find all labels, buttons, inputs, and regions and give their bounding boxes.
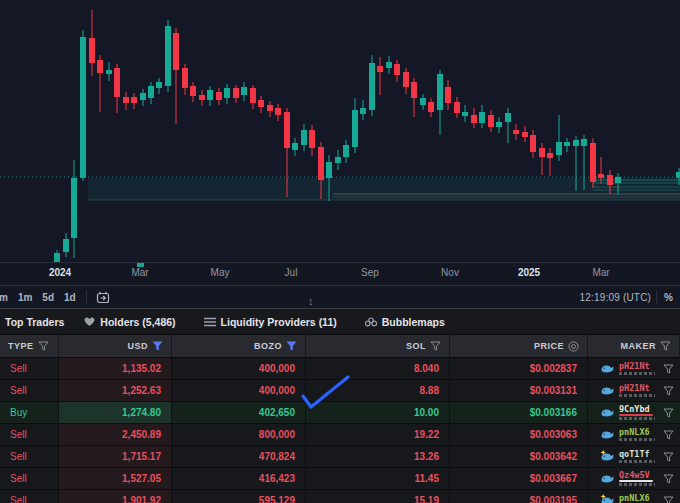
candle: [377, 57, 383, 95]
maker-underline: [619, 414, 653, 416]
column-label: MAKER: [621, 341, 657, 351]
filter-funnel-icon[interactable]: [38, 341, 49, 351]
maker-address[interactable]: qoT1Tf: [619, 450, 657, 459]
trading-terminal: 2024MarMayJulSepNov2025Mar m1m5d1d 12:19…: [0, 0, 680, 503]
maker-cell[interactable]: pnNLX6: [588, 490, 680, 503]
time-axis-label: Sep: [361, 267, 379, 278]
candlestick-chart[interactable]: [0, 0, 680, 262]
time-axis-label: Mar: [592, 267, 609, 278]
filter-funnel-icon[interactable]: [430, 341, 441, 351]
candle: [301, 124, 307, 151]
candle: [420, 94, 426, 110]
column-label: USD: [127, 341, 148, 351]
maker-filter-funnel-icon[interactable]: [663, 408, 674, 418]
candle: [131, 93, 137, 109]
filter-funnel-icon[interactable]: [660, 341, 671, 351]
candle: [437, 70, 443, 135]
tab-bubblemaps[interactable]: Bubblemaps: [351, 309, 459, 334]
price-cell: $0.003166: [450, 402, 588, 423]
maker-address[interactable]: pH21Nt: [619, 362, 657, 371]
candle: [335, 150, 341, 170]
maker-filter-funnel-icon[interactable]: [663, 474, 674, 484]
column-header-maker[interactable]: MAKER: [588, 335, 680, 357]
maker-address[interactable]: Qz4w5V: [619, 471, 657, 480]
maker-filter-funnel-icon[interactable]: [663, 364, 674, 374]
candle: [539, 143, 545, 175]
sol-amount-cell: 15.19: [306, 490, 450, 503]
candle: [182, 64, 188, 95]
tab-holders-5-486[interactable]: Holders (5,486): [70, 309, 189, 334]
go-to-date-icon[interactable]: [92, 291, 114, 304]
column-label: TYPE: [8, 341, 34, 351]
maker-cell[interactable]: pnNLX6: [588, 424, 680, 445]
tab-label: Liquidity Providers (11): [221, 316, 337, 328]
sol-amount-cell: 13.26: [306, 446, 450, 467]
candle: [173, 28, 179, 124]
filter-funnel-icon[interactable]: [286, 341, 297, 351]
panel-resize-handle[interactable]: ↕: [308, 296, 314, 307]
chart-bottom-toolbar: m1m5d1d 12:19:09 (UTC) %: [0, 285, 680, 308]
candle: [250, 85, 256, 109]
candle: [547, 148, 553, 176]
candle: [369, 55, 375, 116]
candle: [140, 89, 146, 106]
column-header-type[interactable]: TYPE: [0, 335, 59, 357]
usd-value-cell: 1,274.80: [59, 402, 172, 423]
price-currency-toggle-icon[interactable]: [568, 341, 579, 352]
maker-address[interactable]: pnNLX6: [619, 494, 657, 503]
timeframe-button-5d[interactable]: 5d: [37, 290, 59, 305]
utc-clock[interactable]: 12:19:09 (UTC): [579, 292, 651, 303]
sell-trade-row[interactable]: Sell1,252.63400,0008.88$0.003131pH21Nt: [0, 380, 680, 402]
column-header-sol[interactable]: SOL: [306, 335, 450, 357]
maker-cell[interactable]: qoT1Tf: [588, 446, 680, 467]
sell-trade-row[interactable]: Sell1,135.02400,0008.040$0.002837pH21Nt: [0, 358, 680, 380]
maker-filter-funnel-icon[interactable]: [663, 452, 674, 462]
candle: [496, 117, 502, 133]
timeframe-button-1d[interactable]: 1d: [59, 290, 81, 305]
candle: [462, 105, 468, 122]
column-header-bozo[interactable]: BOZO: [172, 335, 306, 357]
price-cell: $0.003063: [450, 424, 588, 445]
percent-scale-button[interactable]: %: [662, 292, 680, 303]
timeframe-button-m[interactable]: m: [0, 290, 13, 305]
sell-trade-row[interactable]: Sell2,450.89800,00019.22$0.003063pnNLX6: [0, 424, 680, 446]
maker-filter-funnel-icon[interactable]: [663, 430, 674, 440]
usd-value-cell: 1,901.92: [59, 490, 172, 503]
candle: [275, 104, 281, 121]
chart-canvas[interactable]: [0, 0, 680, 262]
column-header-price[interactable]: PRICE: [450, 335, 588, 357]
token-amount-cell: 402,650: [172, 402, 306, 423]
price-cell: $0.003131: [450, 380, 588, 401]
candle: [505, 108, 511, 143]
candle: [241, 82, 247, 101]
candle: [207, 86, 213, 106]
maker-filter-funnel-icon[interactable]: [663, 386, 674, 396]
candle: [224, 84, 230, 104]
maker-cell[interactable]: Qz4w5V: [588, 468, 680, 489]
column-header-usd[interactable]: USD: [59, 335, 172, 357]
candle: [292, 138, 298, 156]
time-axis[interactable]: 2024MarMayJulSepNov2025Mar: [0, 262, 680, 285]
timeframe-button-1m[interactable]: 1m: [13, 290, 37, 305]
tab-top-traders[interactable]: Top Traders: [0, 309, 70, 334]
maker-address[interactable]: 9CnYbd: [619, 405, 657, 414]
sell-trade-row[interactable]: Sell1,901.92595,12915.19$0.003195pnNLX6: [0, 490, 680, 503]
maker-address[interactable]: pH21Nt: [619, 384, 657, 393]
maker-cell[interactable]: pH21Nt: [588, 358, 680, 379]
buy-trade-row[interactable]: Buy1,274.80402,65010.00$0.0031669CnYbd: [0, 402, 680, 424]
list-icon: [204, 317, 216, 327]
whale-icon: [600, 428, 615, 441]
price-cell: $0.003642: [450, 446, 588, 467]
sell-trade-row[interactable]: Sell1,527.05416,42311.45$0.003667Qz4w5V: [0, 468, 680, 490]
maker-cell[interactable]: pH21Nt: [588, 380, 680, 401]
maker-cell[interactable]: 9CnYbd: [588, 402, 680, 423]
token-amount-cell: 595,129: [172, 490, 306, 503]
tab-liquidity-providers-11[interactable]: Liquidity Providers (11): [190, 309, 351, 334]
price-cell: $0.003667: [450, 468, 588, 489]
sell-trade-row[interactable]: Sell1,715.17470,82413.26$0.003642qoT1Tf: [0, 446, 680, 468]
filter-funnel-icon[interactable]: [152, 341, 163, 351]
maker-filter-funnel-icon[interactable]: [663, 496, 674, 503]
maker-address[interactable]: pnNLX6: [619, 428, 657, 437]
candle: [114, 64, 120, 113]
candle: [190, 82, 196, 102]
